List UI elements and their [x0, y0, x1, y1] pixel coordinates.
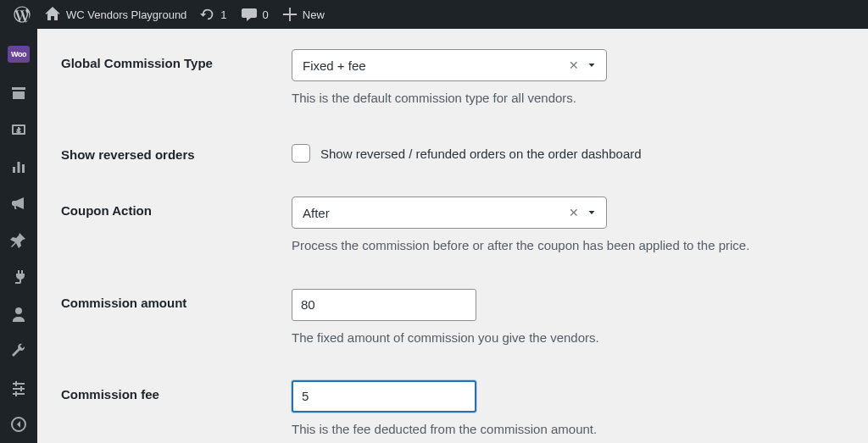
chevron-down-icon — [586, 59, 598, 71]
sliders-icon — [10, 379, 27, 396]
chevron-down-icon — [586, 207, 598, 219]
updates-count: 1 — [220, 8, 226, 21]
money-icon — [10, 121, 27, 138]
label-coupon-action: Coupon Action — [61, 197, 292, 218]
settings-panel: Global Commission Type Fixed + fee ✕ Thi… — [37, 29, 868, 443]
label-show-reversed-orders: Show reversed orders — [61, 141, 292, 162]
sidebar-item-pin[interactable] — [0, 222, 37, 259]
bar-chart-icon — [10, 158, 27, 175]
pin-icon — [10, 232, 27, 249]
label-commission-fee: Commission fee — [61, 380, 292, 401]
checkbox-label-show-reversed-orders: Show reversed / refunded orders on the o… — [320, 147, 642, 161]
field-global-commission-type: Global Commission Type Fixed + fee ✕ Thi… — [61, 49, 844, 107]
help-commission-amount: The fixed amount of commission you give … — [292, 329, 844, 346]
field-commission-fee: Commission fee This is the fee deducted … — [61, 380, 844, 438]
admin-sidebar: Woo — [0, 29, 37, 443]
plus-icon — [282, 7, 298, 22]
updates-link[interactable]: 1 — [193, 0, 233, 29]
wrench-icon — [10, 342, 27, 359]
input-commission-fee[interactable] — [292, 380, 476, 413]
select-value: After — [303, 206, 562, 220]
comment-icon — [241, 6, 258, 23]
label-global-commission-type: Global Commission Type — [61, 49, 292, 70]
sidebar-item-money[interactable] — [0, 111, 37, 148]
help-commission-fee: This is the fee deducted from the commis… — [292, 421, 844, 438]
sidebar-item-plugins[interactable] — [0, 258, 37, 296]
archive-icon — [10, 85, 27, 102]
help-global-commission-type: This is the default commission type for … — [292, 90, 844, 107]
comments-link[interactable]: 0 — [234, 0, 275, 29]
sidebar-item-analytics[interactable] — [0, 148, 37, 186]
select-global-commission-type[interactable]: Fixed + fee ✕ — [292, 49, 607, 81]
refresh-icon — [200, 7, 215, 22]
label-commission-amount: Commission amount — [61, 289, 292, 310]
sidebar-item-collapse[interactable] — [0, 406, 37, 443]
sidebar-item-settings[interactable] — [0, 369, 37, 407]
sidebar-item-tools[interactable] — [0, 332, 37, 369]
comments-count: 0 — [263, 8, 269, 21]
sidebar-item-archive[interactable] — [0, 75, 37, 112]
clear-selection-icon[interactable]: ✕ — [562, 207, 586, 219]
help-coupon-action: Process the commission before or after t… — [292, 237, 844, 254]
site-link[interactable]: WC Vendors Playground — [37, 0, 193, 29]
collapse-icon — [10, 416, 27, 433]
field-coupon-action: Coupon Action After ✕ Process the commis… — [61, 197, 844, 254]
field-show-reversed-orders: Show reversed orders Show reversed / ref… — [61, 141, 844, 163]
admin-bar: WC Vendors Playground 1 0 New — [0, 0, 868, 29]
home-icon — [44, 6, 61, 23]
checkbox-show-reversed-orders[interactable] — [292, 144, 310, 163]
sidebar-item-marketing[interactable] — [0, 185, 37, 222]
user-icon — [10, 306, 27, 323]
field-commission-amount: Commission amount The fixed amount of co… — [61, 289, 844, 346]
select-coupon-action[interactable]: After ✕ — [292, 197, 607, 229]
select-value: Fixed + fee — [303, 58, 562, 73]
wordpress-logo[interactable] — [7, 0, 37, 29]
sidebar-item-woocommerce[interactable]: Woo — [8, 46, 30, 63]
sidebar-item-users[interactable] — [0, 296, 37, 333]
new-label: New — [303, 8, 325, 21]
input-commission-amount[interactable] — [292, 289, 476, 321]
wordpress-icon — [14, 6, 31, 23]
plug-icon — [10, 269, 27, 285]
clear-selection-icon[interactable]: ✕ — [562, 59, 586, 71]
woo-badge-text: Woo — [11, 50, 26, 58]
site-name: WC Vendors Playground — [66, 8, 186, 21]
megaphone-icon — [10, 195, 27, 212]
new-content-link[interactable]: New — [275, 0, 331, 29]
